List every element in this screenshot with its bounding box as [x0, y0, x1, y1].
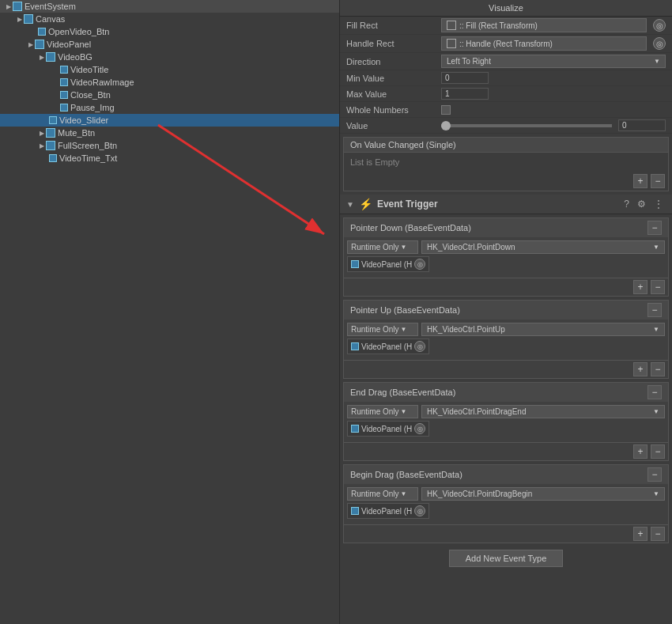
handle-rect-label: Handle Rect: [346, 39, 441, 48]
runtime-dropdown-begin-drag[interactable]: Runtime Only ▼: [347, 487, 418, 501]
runtime-arrow-icon: ▼: [401, 490, 407, 497]
event-card-body-begin-drag: Runtime Only ▼ HK_VideoCtrl.PointDragBeg…: [344, 484, 668, 524]
event-card-remove-pointer-down[interactable]: −: [647, 221, 662, 235]
tree-item-videopanel[interactable]: ▶VideoPanel: [0, 38, 339, 51]
add-event-type-button[interactable]: Add New Event Type: [449, 550, 564, 567]
object-target-icon-pointer-down[interactable]: ◎: [414, 259, 425, 270]
event-card-remove-begin-drag[interactable]: −: [647, 467, 662, 482]
runtime-arrow-icon: ▼: [401, 326, 407, 333]
on-value-add-button[interactable]: +: [633, 174, 647, 188]
event-card-title-pointer-up: Pointer Up (BaseEventData): [350, 305, 460, 315]
fill-rect-dropdown[interactable]: :: Fill (Rect Transform): [441, 18, 647, 32]
event-remove-button-begin-drag[interactable]: −: [651, 527, 665, 541]
method-dropdown-end-drag[interactable]: HK_VideoCtrl.PointDragEnd ▼: [421, 405, 665, 418]
event-trigger-help-button[interactable]: ?: [621, 198, 632, 210]
tree-item-label: Video_Slider: [59, 115, 108, 125]
event-trigger-icon: ⚡: [359, 198, 372, 210]
event-add-button-pointer-down[interactable]: +: [633, 280, 647, 294]
event-add-button-end-drag[interactable]: +: [633, 444, 647, 459]
whole-numbers-checkbox: [441, 105, 666, 115]
object-target-icon-end-drag[interactable]: ◎: [414, 423, 425, 434]
runtime-text-pointer-up: Runtime Only: [351, 325, 399, 334]
tree-item-close-btn[interactable]: Close_Btn: [0, 89, 339, 101]
slider-track[interactable]: [441, 124, 612, 127]
handle-rect-value: :: Handle (Rect Transform) ◎: [441, 36, 666, 51]
tree-item-videorawimage[interactable]: VideoRawImage: [0, 76, 339, 89]
event-trigger-settings-button[interactable]: ⚙: [635, 198, 648, 210]
collapse-arrow-icon[interactable]: ▼: [346, 200, 354, 209]
tree-item-label: Canvas: [36, 14, 65, 24]
on-value-remove-button[interactable]: −: [651, 174, 665, 188]
min-value-row: Min Value: [340, 70, 672, 86]
handle-rect-dropdown[interactable]: :: Handle (Rect Transform): [441, 36, 647, 51]
tree-item-eventsystem[interactable]: ▶EventSystem: [0, 0, 339, 13]
tree-item-pause-img[interactable]: Pause_Img: [0, 101, 339, 114]
cube-icon: [24, 14, 33, 24]
method-dropdown-pointer-up[interactable]: HK_VideoCtrl.PointUp ▼: [421, 323, 665, 336]
object-text-begin-drag: VideoPanel (H: [361, 507, 412, 516]
method-dropdown-pointer-down[interactable]: HK_VideoCtrl.PointDown ▼: [421, 240, 665, 254]
event-remove-button-end-drag[interactable]: −: [651, 444, 665, 459]
fill-rect-target[interactable]: ◎: [653, 19, 666, 32]
runtime-dropdown-end-drag[interactable]: Runtime Only ▼: [347, 405, 418, 418]
direction-value: Left To Right ▼: [441, 55, 666, 68]
event-trigger-menu-button[interactable]: ⋮: [651, 198, 666, 210]
direction-arrow-icon: ▼: [654, 58, 660, 65]
runtime-text-begin-drag: Runtime Only: [351, 490, 399, 498]
event-card-pointer-down: Pointer Down (BaseEventData) − Runtime O…: [343, 217, 669, 297]
event-card-header-pointer-down: Pointer Down (BaseEventData) −: [344, 218, 668, 237]
event-object-row-pointer-up: VideoPanel (H ◎: [347, 338, 665, 354]
tree-item-mute-btn[interactable]: ▶Mute_Btn: [0, 127, 339, 139]
cube-icon: [46, 141, 55, 150]
tree-item-openvideo-btn[interactable]: OpenVideo_Btn: [0, 25, 339, 38]
tree-item-label: VideoBG: [58, 52, 92, 62]
fill-rect-text: :: Fill (Rect Transform): [459, 21, 538, 30]
tree-item-fullscreen-btn[interactable]: ▶FullScreen_Btn: [0, 139, 339, 152]
direction-dropdown[interactable]: Left To Right ▼: [441, 55, 666, 68]
tree-item-video-slider[interactable]: Video_Slider: [0, 114, 339, 127]
event-plus-minus-begin-drag: + −: [344, 524, 668, 543]
value-label: Value: [346, 121, 441, 130]
method-dropdown-begin-drag[interactable]: HK_VideoCtrl.PointDragBegin ▼: [421, 487, 665, 501]
tree-item-label: Close_Btn: [70, 90, 111, 100]
on-value-changed-header: On Value Changed (Single): [344, 138, 668, 153]
event-card-remove-end-drag[interactable]: −: [647, 385, 662, 399]
tree-item-label: VideoRawImage: [70, 78, 134, 87]
event-remove-button-pointer-up[interactable]: −: [651, 362, 665, 376]
min-value-input[interactable]: [441, 72, 489, 84]
event-card-title-begin-drag: Begin Drag (BaseEventData): [350, 470, 462, 479]
object-ref-pointer-up: VideoPanel (H ◎: [347, 338, 429, 354]
slider-thumb[interactable]: [441, 121, 451, 130]
runtime-dropdown-pointer-up[interactable]: Runtime Only ▼: [347, 323, 418, 336]
handle-rect-text: :: Handle (Rect Transform): [459, 40, 553, 48]
tree-item-videotime-txt[interactable]: VideoTime_Txt: [0, 152, 339, 165]
value-number-input[interactable]: [618, 119, 666, 131]
handle-rect-row: Handle Rect :: Handle (Rect Transform) ◎: [340, 35, 672, 53]
runtime-dropdown-pointer-down[interactable]: Runtime Only ▼: [347, 240, 418, 254]
rect-icon: [447, 21, 456, 30]
event-remove-button-pointer-down[interactable]: −: [651, 280, 665, 294]
value-slider-area: [441, 119, 666, 131]
cube-icon: [60, 78, 68, 86]
object-target-icon-pointer-up[interactable]: ◎: [414, 341, 425, 352]
event-card-end-drag: End Drag (BaseEventData) − Runtime Only …: [343, 382, 669, 461]
event-card-header-end-drag: End Drag (BaseEventData) −: [344, 383, 668, 402]
event-card-remove-pointer-up[interactable]: −: [647, 303, 662, 317]
max-value-input[interactable]: [441, 88, 489, 100]
object-ref-begin-drag: VideoPanel (H ◎: [347, 503, 429, 519]
event-card-title-pointer-down: Pointer Down (BaseEventData): [350, 223, 471, 233]
event-add-button-pointer-up[interactable]: +: [633, 362, 647, 376]
whole-numbers-check[interactable]: [441, 105, 451, 115]
tree-item-videobg[interactable]: ▶VideoBG: [0, 51, 339, 63]
tree-expand-icon: ▶: [40, 54, 44, 61]
object-target-icon-begin-drag[interactable]: ◎: [414, 505, 425, 516]
event-object-row-begin-drag: VideoPanel (H ◎: [347, 503, 665, 519]
tree-item-canvas[interactable]: ▶Canvas: [0, 13, 339, 25]
runtime-text-pointer-down: Runtime Only: [351, 243, 399, 251]
tree-expand-icon: ▶: [17, 16, 22, 23]
object-icon-begin-drag: [351, 507, 359, 515]
tree-item-videotitle[interactable]: VideoTitle: [0, 63, 339, 76]
tree-item-label: VideoPanel: [47, 40, 91, 49]
handle-rect-target[interactable]: ◎: [653, 37, 666, 50]
event-add-button-begin-drag[interactable]: +: [633, 527, 647, 541]
